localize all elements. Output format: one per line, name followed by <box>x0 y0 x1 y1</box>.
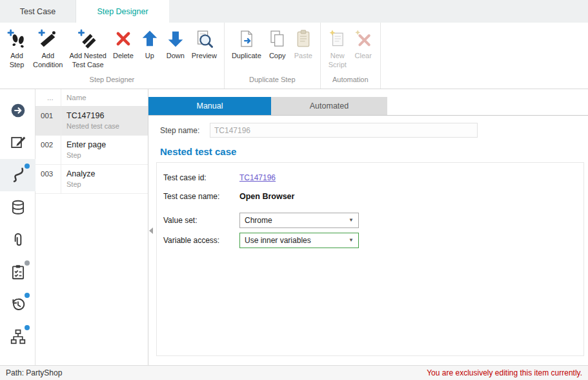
left-icon-rail <box>0 89 35 365</box>
test-case-name-value: Open Browser <box>239 192 294 201</box>
step-title: Enter page <box>66 140 148 149</box>
add-step-footprints-icon <box>7 29 26 48</box>
variable-access-selected-value: Use inner variables <box>245 236 311 245</box>
step-row-003[interactable]: 003 Analyze Step <box>35 165 148 194</box>
rail-item-hierarchy[interactable] <box>0 321 35 353</box>
step-number: 003 <box>35 165 61 193</box>
rail-item-edit[interactable] <box>0 127 35 159</box>
step-list-name-column-header: Name <box>61 94 86 101</box>
tab-automated[interactable]: Automated <box>271 97 387 115</box>
test-case-id-link[interactable]: TC147196 <box>239 173 276 182</box>
app-window: Test Case Step Designer <box>0 0 588 380</box>
ribbon-group-duplicate-step: Duplicate Copy <box>225 23 321 89</box>
goto-icon <box>10 102 26 119</box>
step-row-001[interactable]: 001 TC147196 Nested test case <box>35 107 148 136</box>
test-data-icon <box>10 199 26 216</box>
add-step-button[interactable]: Add Step <box>4 28 30 71</box>
paste-button[interactable]: Paste <box>290 28 316 61</box>
add-condition-icon <box>38 29 57 48</box>
history-icon <box>10 296 26 313</box>
detail-panel: Manual Automated Step name: Nested test … <box>148 89 588 365</box>
add-condition-button[interactable]: Add Condition <box>30 28 66 71</box>
step-subtitle: Step <box>66 151 148 159</box>
preview-magnifier-icon <box>194 29 214 48</box>
duplicate-label: Duplicate <box>232 51 261 60</box>
delete-button[interactable]: Delete <box>110 28 137 61</box>
step-subtitle: Nested test case <box>66 122 148 130</box>
chevron-down-icon: ▼ <box>349 238 354 243</box>
add-nested-test-case-label: Add Nested Test Case <box>69 51 106 70</box>
down-label: Down <box>167 51 185 60</box>
step-list-header: ... Name <box>35 89 148 107</box>
rail-item-history[interactable] <box>0 288 35 321</box>
tab-manual[interactable]: Manual <box>148 97 271 115</box>
delete-x-icon <box>114 29 133 48</box>
tab-step-designer[interactable]: Step Designer <box>76 0 169 23</box>
tab-test-case-label: Test Case <box>20 7 56 16</box>
test-case-name-label: Test case name: <box>163 192 239 201</box>
nested-test-case-form: Test case id: TC147196 Test case name: O… <box>156 162 584 356</box>
paste-clipboard-icon <box>294 29 313 48</box>
tab-manual-label: Manual <box>197 101 223 111</box>
clear-button[interactable]: Clear <box>350 28 376 61</box>
add-nested-test-case-icon <box>78 29 97 48</box>
copy-label: Copy <box>269 51 286 60</box>
edit-icon <box>10 134 26 151</box>
steps-icon <box>10 167 26 184</box>
preview-label: Preview <box>192 51 217 60</box>
add-nested-test-case-button[interactable]: Add Nested Test Case <box>66 28 109 71</box>
step-number: 002 <box>35 136 61 164</box>
step-name-label: Step name: <box>160 126 210 135</box>
section-title: Nested test case <box>160 146 588 157</box>
step-number: 001 <box>35 107 61 135</box>
chevron-down-icon: ▼ <box>349 218 354 223</box>
variable-access-label: Variable access: <box>163 236 239 245</box>
clear-icon <box>354 29 373 48</box>
duplicate-button[interactable]: Duplicate <box>228 28 265 61</box>
up-button[interactable]: Up <box>137 28 163 61</box>
step-list-menu-column-header: ... <box>35 89 61 106</box>
ribbon-group-automation: New Script Clear Automation <box>321 23 381 89</box>
variable-access-combobox[interactable]: Use inner variables ▼ <box>239 233 359 248</box>
duplicate-icon <box>237 29 256 48</box>
value-set-label: Value set: <box>163 216 239 225</box>
value-set-combobox[interactable]: Chrome ▼ <box>239 213 359 228</box>
checklist-icon <box>10 264 26 280</box>
copy-button[interactable]: Copy <box>265 28 290 61</box>
delete-label: Delete <box>113 51 134 60</box>
value-set-selected-value: Chrome <box>245 216 272 225</box>
ribbon-group-label-automation: Automation <box>321 76 380 89</box>
notification-dot-blue <box>25 325 30 330</box>
splitter-collapse-button[interactable] <box>149 227 153 234</box>
ribbon-tab-strip: Test Case Step Designer <box>0 0 588 23</box>
add-condition-label: Add Condition <box>33 51 63 70</box>
copy-icon <box>268 29 287 48</box>
ribbon-group-label-step-designer: Step Designer <box>0 76 224 89</box>
tab-test-case[interactable]: Test Case <box>0 0 76 23</box>
up-arrow-icon <box>140 29 159 48</box>
step-subtitle: Step <box>66 180 148 188</box>
rail-item-attachments[interactable] <box>0 224 35 256</box>
status-bar: Path: PartyShop You are exclusively edit… <box>0 365 588 380</box>
new-script-icon <box>328 29 347 48</box>
rail-item-goto[interactable] <box>0 94 35 127</box>
step-row-002[interactable]: 002 Enter page Step <box>35 136 148 165</box>
step-name-input[interactable] <box>210 123 478 138</box>
notification-dot-gray <box>25 260 30 266</box>
step-title: Analyze <box>66 169 148 178</box>
new-script-label: New Script <box>329 51 347 70</box>
rail-item-checklist[interactable] <box>0 256 35 288</box>
clear-label: Clear <box>355 51 372 60</box>
new-script-button[interactable]: New Script <box>325 28 350 71</box>
rail-item-steps[interactable] <box>0 159 35 191</box>
down-arrow-icon <box>166 29 185 48</box>
down-button[interactable]: Down <box>163 28 188 61</box>
attachments-icon <box>10 231 26 248</box>
preview-button[interactable]: Preview <box>188 28 220 61</box>
paste-label: Paste <box>294 51 312 60</box>
ribbon: Add Step Add Condition <box>0 23 588 89</box>
tab-step-designer-label: Step Designer <box>97 7 148 16</box>
up-label: Up <box>145 51 154 60</box>
step-list-panel: ... Name 001 TC147196 Nested test case 0… <box>35 89 148 365</box>
rail-item-test-data[interactable] <box>0 191 35 224</box>
